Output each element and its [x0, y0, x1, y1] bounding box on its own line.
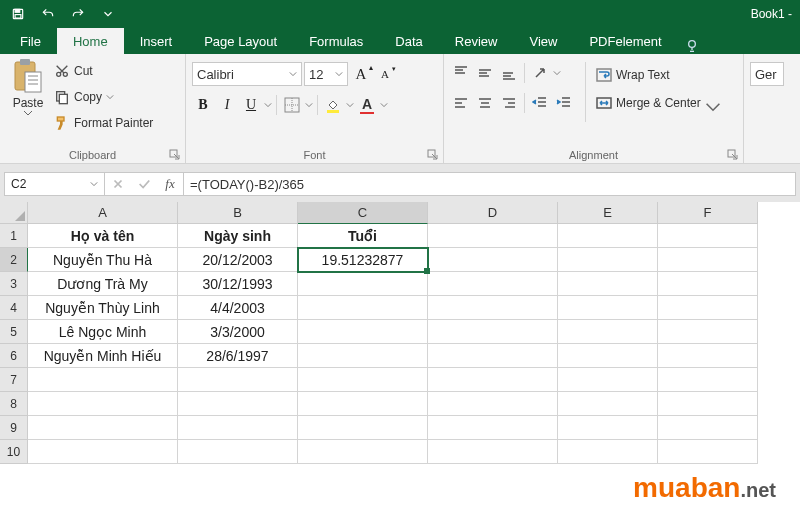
cell[interactable] — [428, 416, 558, 440]
cancel-formula-icon[interactable] — [105, 177, 131, 191]
align-bottom-icon[interactable] — [498, 62, 520, 84]
cell[interactable]: Nguyễn Minh Hiếu — [28, 344, 178, 368]
column-header-e[interactable]: E — [558, 202, 658, 224]
bold-button[interactable]: B — [192, 94, 214, 116]
cell[interactable] — [428, 248, 558, 272]
cell[interactable] — [428, 224, 558, 248]
font-size-combo[interactable]: 12 — [304, 62, 348, 86]
wrap-text-button[interactable]: Wrap Text — [596, 64, 713, 86]
font-dialog-launcher-icon[interactable] — [427, 149, 439, 161]
cell[interactable] — [298, 344, 428, 368]
cell[interactable] — [178, 392, 298, 416]
borders-dropdown-icon[interactable] — [305, 101, 313, 109]
cell[interactable]: 3/3/2000 — [178, 320, 298, 344]
align-left-icon[interactable] — [450, 92, 472, 114]
paste-dropdown-icon[interactable] — [23, 110, 33, 118]
cell[interactable] — [558, 440, 658, 464]
insert-function-button[interactable]: fx — [157, 176, 183, 192]
cell[interactable] — [428, 320, 558, 344]
select-all-corner[interactable] — [0, 202, 28, 224]
cell[interactable] — [658, 416, 758, 440]
name-box-dropdown-icon[interactable] — [90, 180, 98, 188]
copy-dropdown-icon[interactable] — [106, 93, 114, 101]
enter-formula-icon[interactable] — [131, 177, 157, 191]
row-header[interactable]: 4 — [0, 296, 28, 320]
tab-data[interactable]: Data — [379, 28, 438, 54]
clipboard-dialog-launcher-icon[interactable] — [169, 149, 181, 161]
cell[interactable]: 30/12/1993 — [178, 272, 298, 296]
underline-button[interactable]: U — [240, 94, 262, 116]
cell[interactable] — [428, 344, 558, 368]
qat-customize-icon[interactable] — [94, 2, 122, 26]
cell[interactable] — [558, 224, 658, 248]
tell-me-icon[interactable] — [684, 38, 700, 54]
cell[interactable] — [558, 272, 658, 296]
cell[interactable] — [658, 440, 758, 464]
italic-button[interactable]: I — [216, 94, 238, 116]
increase-indent-icon[interactable] — [553, 92, 575, 114]
cell[interactable]: 28/6/1997 — [178, 344, 298, 368]
cell[interactable] — [298, 296, 428, 320]
cell[interactable] — [658, 320, 758, 344]
underline-dropdown-icon[interactable] — [264, 101, 272, 109]
paste-button[interactable]: Paste — [13, 96, 44, 110]
cell[interactable]: Họ và tên — [28, 224, 178, 248]
cell[interactable] — [28, 368, 178, 392]
cell[interactable] — [658, 224, 758, 248]
fill-color-dropdown-icon[interactable] — [346, 101, 354, 109]
redo-icon[interactable] — [64, 2, 92, 26]
cell[interactable] — [428, 368, 558, 392]
cell[interactable] — [178, 416, 298, 440]
cell[interactable] — [298, 392, 428, 416]
cell[interactable] — [28, 416, 178, 440]
grow-font-icon[interactable]: A▴ — [350, 63, 372, 85]
cell[interactable]: Nguyễn Thu Hà — [28, 248, 178, 272]
name-box[interactable]: C2 — [5, 173, 105, 195]
shrink-font-icon[interactable]: A▾ — [374, 63, 396, 85]
tab-review[interactable]: Review — [439, 28, 514, 54]
cell[interactable] — [298, 416, 428, 440]
number-format-combo[interactable]: Ger — [750, 62, 784, 86]
align-center-icon[interactable] — [474, 92, 496, 114]
align-top-icon[interactable] — [450, 62, 472, 84]
paste-icon[interactable] — [11, 58, 45, 96]
cell[interactable] — [428, 296, 558, 320]
cell[interactable]: Tuổi — [298, 224, 428, 248]
row-header[interactable]: 8 — [0, 392, 28, 416]
cell-selected[interactable]: 19.51232877 — [298, 248, 428, 272]
tab-insert[interactable]: Insert — [124, 28, 189, 54]
row-header[interactable]: 7 — [0, 368, 28, 392]
cell[interactable] — [558, 320, 658, 344]
cell[interactable]: 20/12/2003 — [178, 248, 298, 272]
row-header[interactable]: 10 — [0, 440, 28, 464]
column-header-c[interactable]: C — [298, 202, 428, 224]
column-header-d[interactable]: D — [428, 202, 558, 224]
cell[interactable] — [298, 440, 428, 464]
font-name-combo[interactable]: Calibri — [192, 62, 302, 86]
row-header[interactable]: 6 — [0, 344, 28, 368]
cell[interactable] — [428, 440, 558, 464]
cell[interactable] — [658, 248, 758, 272]
cell[interactable]: Ngày sinh — [178, 224, 298, 248]
row-header[interactable]: 3 — [0, 272, 28, 296]
cell[interactable] — [558, 344, 658, 368]
undo-icon[interactable] — [34, 2, 62, 26]
tab-view[interactable]: View — [513, 28, 573, 54]
column-header-b[interactable]: B — [178, 202, 298, 224]
orientation-dropdown-icon[interactable] — [553, 69, 561, 77]
tab-pdfelement[interactable]: PDFelement — [573, 28, 677, 54]
cell[interactable] — [558, 368, 658, 392]
copy-button[interactable]: Copy — [54, 86, 153, 108]
tab-file[interactable]: File — [4, 28, 57, 54]
cell[interactable] — [428, 392, 558, 416]
formula-input[interactable]: =(TODAY()-B2)/365 — [184, 173, 795, 195]
cell[interactable] — [658, 296, 758, 320]
cell[interactable] — [298, 368, 428, 392]
orientation-icon[interactable] — [529, 62, 551, 84]
align-right-icon[interactable] — [498, 92, 520, 114]
font-color-button[interactable]: A — [356, 94, 378, 116]
cell[interactable] — [558, 296, 658, 320]
format-painter-button[interactable]: Format Painter — [54, 112, 153, 134]
column-header-a[interactable]: A — [28, 202, 178, 224]
cell[interactable] — [28, 392, 178, 416]
